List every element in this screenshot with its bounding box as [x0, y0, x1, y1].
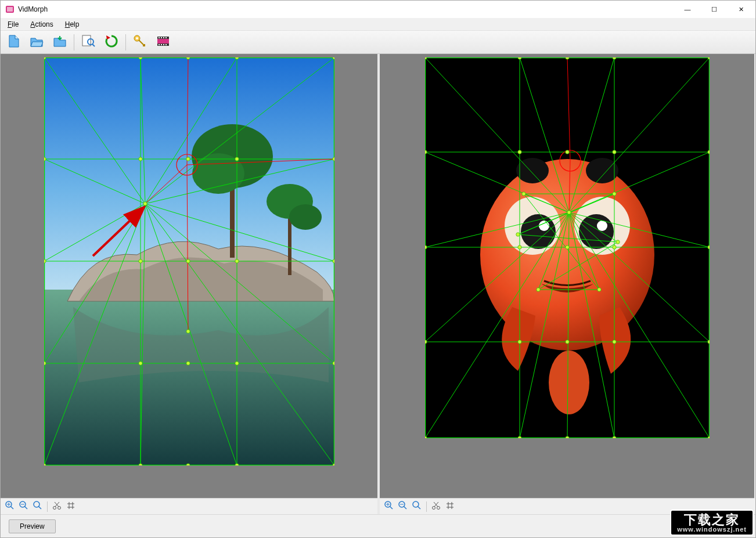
svg-point-143	[565, 340, 568, 344]
render-movie-button[interactable]	[153, 33, 174, 52]
svg-point-59	[138, 362, 142, 365]
zoom-fit-button[interactable]	[411, 500, 423, 513]
svg-point-140	[565, 57, 568, 59]
footer: Preview Morph	[1, 514, 755, 537]
svg-point-166	[437, 507, 440, 510]
svg-point-149	[612, 436, 615, 438]
svg-point-146	[612, 150, 615, 154]
close-button[interactable]: ✕	[728, 1, 754, 18]
svg-point-82	[58, 507, 61, 510]
svg-point-87	[586, 158, 618, 183]
grid-button[interactable]	[64, 500, 77, 513]
zoom-fit-button[interactable]	[31, 500, 44, 513]
content-area	[1, 54, 755, 514]
svg-point-139	[517, 436, 521, 438]
watermark-url: www.windowszj.net	[677, 526, 747, 533]
menu-file[interactable]: File	[2, 19, 24, 30]
svg-point-145	[612, 57, 615, 59]
svg-point-85	[549, 351, 589, 414]
svg-rect-15	[163, 44, 164, 45]
svg-point-152	[707, 245, 709, 249]
svg-point-156	[521, 192, 525, 196]
zoom-fit-icon	[33, 501, 42, 512]
options-button[interactable]	[129, 33, 150, 52]
new-project-button[interactable]	[3, 33, 24, 52]
svg-point-161	[597, 288, 600, 291]
watermark-title: 下载之家	[677, 513, 747, 526]
svg-point-61	[186, 57, 189, 59]
zoom-in-icon	[384, 501, 394, 512]
preview-button[interactable]: Preview	[9, 519, 56, 533]
source-canvas-bay[interactable]	[1, 54, 377, 498]
svg-point-53	[44, 259, 46, 263]
cut-button[interactable]	[430, 500, 442, 513]
svg-point-159	[615, 240, 619, 244]
source-image-canvas[interactable]	[44, 57, 334, 465]
svg-point-133	[425, 340, 427, 344]
target-panel	[377, 54, 754, 514]
svg-point-165	[433, 507, 435, 510]
svg-rect-9	[159, 37, 160, 38]
svg-point-62	[186, 157, 189, 161]
target-canvas-bay[interactable]	[380, 54, 754, 498]
svg-point-73	[332, 259, 334, 263]
target-image-canvas[interactable]	[425, 57, 710, 438]
refresh-icon	[104, 34, 119, 50]
svg-point-52	[44, 157, 46, 161]
refresh-button[interactable]	[101, 33, 122, 52]
menubar: File Actions Help	[1, 18, 755, 31]
svg-point-135	[517, 57, 521, 59]
svg-rect-14	[161, 44, 162, 45]
app-window: VidMorph — ☐ ✕ File Actions Help	[0, 0, 756, 538]
zoom-in-button[interactable]	[3, 500, 16, 513]
svg-rect-1	[7, 7, 13, 12]
svg-point-142	[565, 245, 568, 249]
zoom-out-button[interactable]	[17, 500, 30, 513]
svg-point-151	[707, 150, 709, 154]
zoom-in-icon	[5, 501, 15, 512]
minimize-button[interactable]: —	[674, 1, 701, 18]
svg-point-138	[517, 340, 521, 344]
svg-point-155	[567, 211, 570, 214]
new-project-icon	[6, 34, 21, 50]
svg-point-66	[235, 57, 238, 59]
svg-point-81	[53, 507, 56, 510]
svg-point-148	[612, 340, 615, 344]
open-project-button[interactable]	[26, 33, 47, 52]
preview-button-label: Preview	[20, 522, 45, 530]
window-title: VidMorph	[18, 5, 674, 13]
svg-point-144	[565, 436, 568, 438]
menu-actions[interactable]: Actions	[24, 19, 59, 30]
maximize-button[interactable]: ☐	[701, 1, 728, 18]
svg-rect-10	[161, 37, 162, 38]
svg-rect-12	[165, 37, 167, 38]
svg-point-56	[138, 57, 142, 59]
svg-point-153	[707, 340, 709, 344]
svg-point-76	[143, 202, 146, 205]
cut-icon	[431, 501, 441, 512]
zoom-page-button[interactable]	[78, 33, 99, 52]
svg-point-131	[425, 150, 427, 154]
cut-button[interactable]	[51, 500, 63, 513]
save-project-button[interactable]	[49, 33, 70, 52]
smalltool-separator	[47, 501, 48, 512]
menu-help[interactable]: Help	[59, 19, 85, 30]
svg-point-60	[138, 464, 142, 465]
zoom-out-icon	[398, 501, 408, 512]
grid-icon	[66, 501, 75, 512]
svg-point-68	[235, 259, 238, 263]
svg-point-64	[186, 362, 189, 365]
smalltool-separator	[426, 501, 427, 512]
svg-point-57	[138, 157, 142, 161]
zoom-in-button[interactable]	[383, 500, 395, 513]
svg-point-70	[235, 464, 238, 465]
svg-point-72	[332, 157, 334, 161]
zoom-out-button[interactable]	[397, 500, 409, 513]
toolbar	[1, 31, 755, 54]
titlebar[interactable]: VidMorph — ☐ ✕	[1, 1, 755, 18]
watermark: 下载之家 www.windowszj.net	[670, 510, 754, 536]
svg-rect-16	[165, 44, 167, 45]
svg-point-157	[612, 192, 615, 196]
svg-rect-13	[159, 44, 160, 45]
grid-button[interactable]	[444, 500, 456, 513]
